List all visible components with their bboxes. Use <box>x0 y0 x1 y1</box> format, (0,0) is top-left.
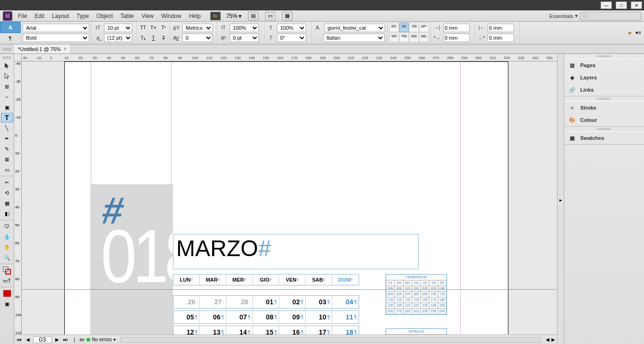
month-title-frame[interactable]: MARZO# <box>173 234 419 269</box>
baseline-select[interactable]: 0 pt <box>230 34 259 42</box>
preflight-status-text[interactable]: No errors <box>92 337 112 342</box>
calendar-row[interactable]: 05¶06¶07¶08¶09¶10¶11¶ <box>173 310 359 324</box>
char-style-select[interactable]: giorni_festivi_cal <box>324 24 385 32</box>
rectangle-tool-icon[interactable]: ▭ <box>1 165 13 174</box>
char-format-mode[interactable]: A <box>0 22 21 33</box>
next-page-icon[interactable]: ▶ <box>54 337 60 342</box>
mini-calendar-next[interactable]: APRILE#L#M#M#G#V#S#D# <box>386 328 447 335</box>
language-select[interactable]: Italian <box>323 34 385 42</box>
font-style-select[interactable]: Bold <box>23 34 89 42</box>
panel-colour[interactable]: 🎨Colour <box>564 114 644 126</box>
align-left-icon[interactable] <box>389 23 399 32</box>
panel-layers[interactable]: ◈Layers <box>564 71 644 84</box>
pencil-tool-icon[interactable]: ✎ <box>1 144 13 154</box>
scroll-left-icon[interactable]: ◀ <box>546 337 550 342</box>
direct-selection-tool-icon[interactable] <box>1 71 13 81</box>
panel-links[interactable]: 🔗Links <box>564 84 644 96</box>
subscript-icon[interactable]: T₁ <box>139 34 147 42</box>
vscale-select[interactable]: 100% <box>230 24 259 32</box>
calendar-row[interactable]: 26·27·28·01¶02¶03¶04¶ <box>173 295 359 309</box>
line-tool-icon[interactable]: ╲ <box>1 123 13 133</box>
hscale-select[interactable]: 100% <box>277 24 306 32</box>
panel-menu-icon[interactable]: ▾≡ <box>635 30 641 36</box>
document-canvas[interactable]: 018 # MARZO# LUN#MAR#MER#GIO#VEN#SAB#DOM… <box>22 61 557 335</box>
smallcaps-icon[interactable]: Tᴛ <box>149 24 158 32</box>
note-tool-icon[interactable]: 🗨 <box>1 222 13 231</box>
indent-right-input[interactable] <box>488 24 514 32</box>
panel-swatches[interactable]: ▦Swatches <box>564 132 644 144</box>
eyedropper-tool-icon[interactable]: 💧 <box>1 232 13 241</box>
zoom-dropdown[interactable]: 75%▾ <box>226 13 241 19</box>
transform-tool-icon[interactable]: ⟲ <box>1 188 13 198</box>
document-tab[interactable]: *Untitled-1 @ 75%× <box>14 44 71 53</box>
window-maximize[interactable]: □ <box>616 1 627 9</box>
menu-layout[interactable]: Layout <box>48 11 73 21</box>
zoom-tool-icon[interactable]: 🔍 <box>1 253 13 262</box>
horizontal-scrollbar[interactable] <box>120 337 541 343</box>
menu-view[interactable]: View <box>137 11 157 21</box>
page-number-input[interactable] <box>33 336 52 343</box>
align-right-icon[interactable] <box>409 23 419 32</box>
bridge-button[interactable]: Br <box>210 12 221 20</box>
fill-stroke-icon[interactable] <box>1 266 13 275</box>
quick-apply-icon[interactable]: ✦ <box>627 29 633 37</box>
allcaps-icon[interactable]: TT <box>139 24 147 32</box>
last-page-icon[interactable]: ⏭ <box>62 337 69 342</box>
skew-select[interactable]: 0° <box>277 34 306 42</box>
strikethrough-icon[interactable]: T <box>159 34 168 42</box>
menu-edit[interactable]: Edit <box>31 11 48 21</box>
kerning-select[interactable]: Metrics <box>182 24 213 32</box>
scroll-right-icon[interactable]: ▶ <box>551 337 555 342</box>
preflight-status-icon[interactable] <box>86 338 90 342</box>
calendar-row[interactable]: 12¶13¶14¶15¶16¶17¶18¶ <box>173 326 359 335</box>
indent-left-input[interactable] <box>443 24 470 32</box>
gradient-feather-tool-icon[interactable]: ◧ <box>1 209 13 218</box>
justify-right-icon[interactable] <box>399 33 409 42</box>
page-tool-icon[interactable]: ⊞ <box>1 82 13 91</box>
hand-tool-icon[interactable]: ✋ <box>1 242 13 252</box>
pen-tool-icon[interactable]: ✒ <box>1 134 13 143</box>
tracking-select[interactable]: 0 <box>182 34 213 42</box>
selection-tool-icon[interactable] <box>1 61 13 70</box>
underline-icon[interactable]: T <box>149 34 158 42</box>
menu-table[interactable]: Table <box>117 11 138 21</box>
panel-stroke[interactable]: ≡Stroke <box>564 102 644 114</box>
align-center-icon[interactable] <box>399 23 409 32</box>
content-collector-icon[interactable]: ▣ <box>1 103 13 112</box>
view-options-icon[interactable]: ▤ <box>248 12 258 20</box>
workspace-switcher[interactable]: Essentials <box>550 13 573 19</box>
menu-object[interactable]: Object <box>93 11 117 21</box>
apply-color-icon[interactable] <box>1 289 13 298</box>
type-tool-icon[interactable]: T <box>1 113 13 122</box>
superscript-icon[interactable]: T¹ <box>159 24 168 32</box>
window-close[interactable]: ✕ <box>631 1 642 9</box>
mini-calendar-prev[interactable]: FEBBRAIO#L#M#M#G#V#S#D#29¶30¶31¶01¶02¶03… <box>386 274 447 315</box>
formatting-container-icon[interactable]: ▭T <box>1 276 13 285</box>
rectangle-frame-tool-icon[interactable]: ⊠ <box>1 155 13 164</box>
justify-all-icon[interactable] <box>409 33 419 42</box>
align-spine-icon[interactable] <box>419 33 429 42</box>
weekday-header-row[interactable]: LUN#MAR#MER#GIO#VEN#SAB#DOM# <box>173 274 359 285</box>
search-input[interactable] <box>580 12 641 20</box>
indent-lastline-input[interactable] <box>488 34 514 42</box>
dock-grip-icon[interactable] <box>0 44 14 53</box>
font-size-select[interactable]: 10 pt <box>104 24 132 32</box>
font-family-select[interactable]: Arial <box>23 24 89 32</box>
arrange-docs-icon[interactable]: ▦ <box>282 12 292 20</box>
para-format-mode[interactable]: ¶ <box>0 33 21 44</box>
indent-firstline-input[interactable] <box>443 34 470 42</box>
screen-mode-icon[interactable]: ▭ <box>265 12 275 20</box>
gap-tool-icon[interactable]: ↔ <box>1 92 13 102</box>
menu-window[interactable]: Window <box>157 11 185 21</box>
menu-help[interactable]: Help <box>185 11 205 21</box>
prev-page-icon[interactable]: ◀ <box>25 337 31 342</box>
collapse-panels-icon[interactable]: ▸ <box>557 54 564 344</box>
panel-pages[interactable]: ▥Pages <box>564 59 644 71</box>
window-minimize[interactable]: — <box>601 1 612 9</box>
gradient-swatch-tool-icon[interactable]: ▦ <box>1 198 13 208</box>
menu-file[interactable]: File <box>14 11 31 21</box>
scissors-tool-icon[interactable]: ✂ <box>1 178 13 187</box>
justify-left-icon[interactable] <box>419 23 429 32</box>
close-tab-icon[interactable]: × <box>64 46 67 52</box>
leading-select[interactable]: (12 pt) <box>104 34 132 42</box>
